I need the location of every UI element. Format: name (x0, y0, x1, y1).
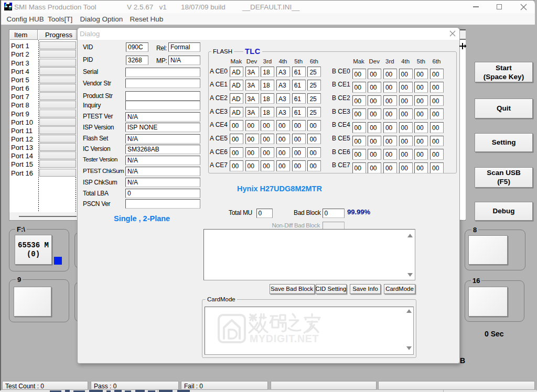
svg-text:MYDIGIT.NET: MYDIGIT.NET (250, 333, 319, 344)
